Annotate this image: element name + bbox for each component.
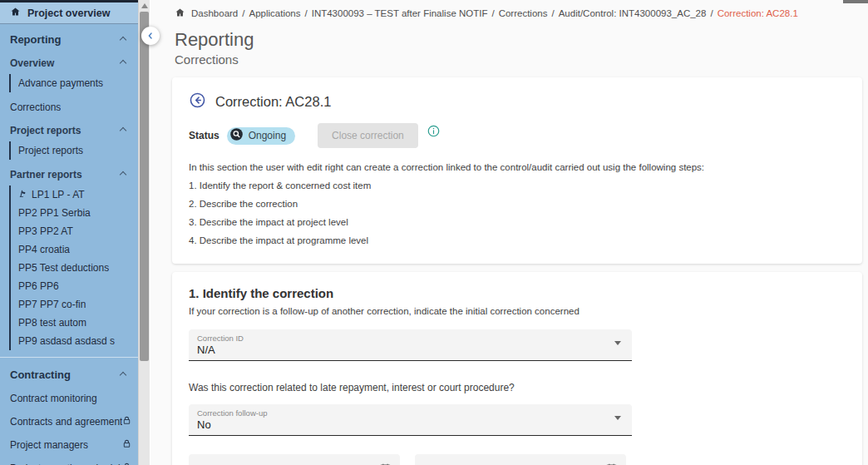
lock-icon	[122, 439, 131, 451]
main-content: Dashboard / Applications / INT4300093 – …	[150, 0, 868, 465]
correction-follow-up-label: Correction follow-up	[197, 408, 607, 418]
sidebar-scrollbar[interactable]	[138, 0, 150, 465]
info-icon[interactable]	[427, 125, 440, 141]
sidebar-subsection-project-reports[interactable]: Project reports	[0, 117, 138, 140]
sidebar-item-contract-monitoring[interactable]: Contract monitoring	[0, 385, 138, 410]
sidebar-item-pp6[interactable]: PP6 PP6	[11, 277, 138, 295]
sidebar-header-label: Project overview	[27, 7, 110, 19]
sidebar-collapse-button[interactable]	[141, 27, 160, 45]
close-correction-button[interactable]: Close correction	[318, 123, 418, 148]
sidebar-item-pp4[interactable]: PP4 croatia	[11, 240, 138, 259]
sidebar-item-pp7[interactable]: PP7 PP7 co-fin	[11, 295, 138, 314]
sidebar-item-pp9[interactable]: PP9 asdasd asdasd s	[11, 332, 138, 350]
chevron-down-icon	[614, 416, 621, 420]
lead-partner-flag-icon	[18, 189, 27, 200]
breadcrumb-project[interactable]: INT4300093 – TEST after Finalise NOTIF	[312, 8, 488, 18]
chevron-up-icon	[120, 127, 126, 134]
sidebar-item-contracts-agreements[interactable]: Contracts and agreements	[0, 410, 138, 433]
chevron-up-icon	[120, 371, 126, 378]
sidebar-section-reporting[interactable]: Reporting	[0, 24, 138, 50]
sidebar-subsection-partner-reports[interactable]: Partner reports	[0, 161, 138, 184]
page-title: Reporting	[175, 29, 868, 51]
sidebar-item-pp2[interactable]: PP2 PP1 Serbia	[11, 204, 138, 222]
correction-id-label: Correction ID	[197, 334, 607, 343]
page-subtitle: Corrections	[175, 52, 868, 67]
follow-up-question: Was this correction related to late repa…	[189, 382, 846, 393]
identify-correction-card: 1. Identify the correction If your corre…	[172, 272, 862, 465]
breadcrumb-applications[interactable]: Applications	[249, 8, 300, 18]
correction-id-select[interactable]: Correction ID N/A	[189, 329, 632, 361]
chevron-left-icon	[146, 32, 155, 40]
window-edge	[843, 0, 868, 3]
home-icon[interactable]	[175, 7, 185, 19]
sidebar-item-project-reporting-schedule[interactable]: Project reporting schedule	[0, 457, 138, 465]
sidebar: Project overview Reporting Overview Adva…	[0, 0, 138, 465]
identify-section-title: 1. Identify the correction	[189, 286, 846, 300]
breadcrumb-audit-control[interactable]: Audit/Control: INT4300093_AC_28	[559, 8, 707, 18]
sidebar-item-lp1[interactable]: LP1 LP - AT	[11, 186, 138, 204]
sidebar-subsection-overview[interactable]: Overview	[0, 50, 138, 72]
correction-status-card: Correction: AC28.1 Status Ongoing Close …	[172, 77, 862, 264]
lock-icon	[122, 416, 131, 428]
breadcrumb-dashboard[interactable]: Dashboard	[191, 8, 238, 18]
sidebar-item-pp8[interactable]: PP8 test autom	[11, 314, 138, 332]
sidebar-item-advance-payments[interactable]: Advance payments	[11, 74, 138, 92]
correction-follow-up-select[interactable]: Correction follow-up No	[189, 404, 632, 436]
ongoing-audit-icon	[229, 127, 244, 145]
partner-reports-group: LP1 LP - AT PP2 PP1 Serbia PP3 PP2 AT PP…	[9, 186, 138, 350]
back-arrow-circle-icon[interactable]	[189, 92, 206, 112]
breadcrumb: Dashboard / Applications / INT4300093 – …	[150, 0, 868, 19]
correction-step: 1. Identify the report & concerned cost …	[189, 181, 846, 190]
correction-step: 3. Describe the impact at project level	[189, 217, 846, 227]
identify-section-subtitle: If your correction is a follow-up of ano…	[189, 306, 846, 316]
home-icon	[10, 7, 21, 19]
breadcrumb-current: Correction: AC28.1	[718, 8, 798, 18]
correction-step: 2. Describe the correction	[189, 199, 846, 209]
correction-title: Correction: AC28.1	[215, 94, 331, 110]
sidebar-item-project-reports[interactable]: Project reports	[11, 141, 138, 160]
chevron-up-icon	[120, 60, 126, 67]
late-repayment-to-input[interactable]: Late repayment/To	[415, 454, 626, 465]
sidebar-item-pp5[interactable]: PP5 Test deductions	[11, 259, 138, 277]
correction-id-value: N/A	[197, 344, 607, 356]
status-badge: Ongoing	[227, 127, 295, 145]
correction-step: 4. Describe the impact at programme leve…	[189, 235, 846, 245]
sidebar-section-contracting[interactable]: Contracting	[0, 359, 138, 385]
sidebar-item-project-managers[interactable]: Project managers	[0, 433, 138, 457]
repayment-date-from-input[interactable]: Repayment date/From	[189, 454, 400, 465]
scrollbar-thumb[interactable]	[140, 12, 149, 361]
sidebar-item-corrections[interactable]: Corrections	[0, 94, 138, 117]
sidebar-item-project-overview[interactable]: Project overview	[0, 2, 138, 24]
scrollbar-up-arrow-icon[interactable]	[141, 3, 148, 8]
chevron-up-icon	[120, 171, 126, 178]
chevron-down-icon	[614, 341, 621, 345]
chevron-up-icon	[120, 36, 126, 42]
status-label: Status	[189, 130, 219, 141]
correction-follow-up-value: No	[197, 418, 607, 431]
project-reports-group: Project reports	[9, 141, 138, 160]
sidebar-item-pp3[interactable]: PP3 PP2 AT	[11, 222, 138, 240]
status-value: Ongoing	[249, 130, 286, 141]
overview-group: Advance payments	[9, 74, 138, 92]
correction-intro-text: In this section the user with edit right…	[189, 162, 846, 172]
breadcrumb-corrections[interactable]: Corrections	[499, 8, 548, 18]
sidebar-divider	[0, 357, 138, 358]
